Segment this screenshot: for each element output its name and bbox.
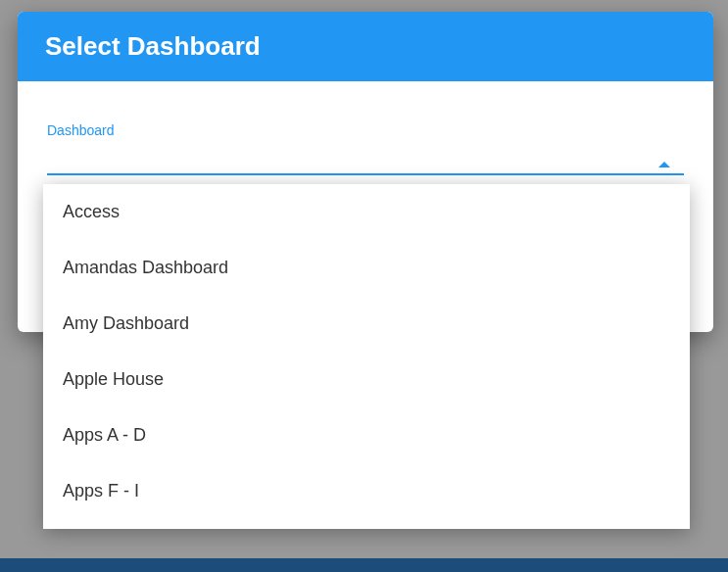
- dashboard-select[interactable]: Dashboard: [47, 122, 684, 175]
- scroll-filler: [43, 519, 690, 529]
- modal-header: Select Dashboard: [18, 12, 713, 81]
- select-label: Dashboard: [47, 122, 684, 138]
- modal-title: Select Dashboard: [45, 31, 686, 62]
- footer-bar: [0, 558, 728, 572]
- select-input[interactable]: [47, 162, 684, 175]
- dashboard-dropdown[interactable]: Access Amandas Dashboard Amy Dashboard A…: [43, 184, 690, 529]
- dropdown-option[interactable]: Apple House: [43, 352, 690, 407]
- dropdown-option[interactable]: Amy Dashboard: [43, 296, 690, 352]
- dropdown-option[interactable]: Amandas Dashboard: [43, 240, 690, 296]
- dropdown-option[interactable]: Apps F - I: [43, 463, 690, 519]
- dropdown-option[interactable]: Apps A - D: [43, 407, 690, 463]
- dropdown-option[interactable]: Access: [43, 184, 690, 240]
- caret-up-icon: [658, 162, 670, 167]
